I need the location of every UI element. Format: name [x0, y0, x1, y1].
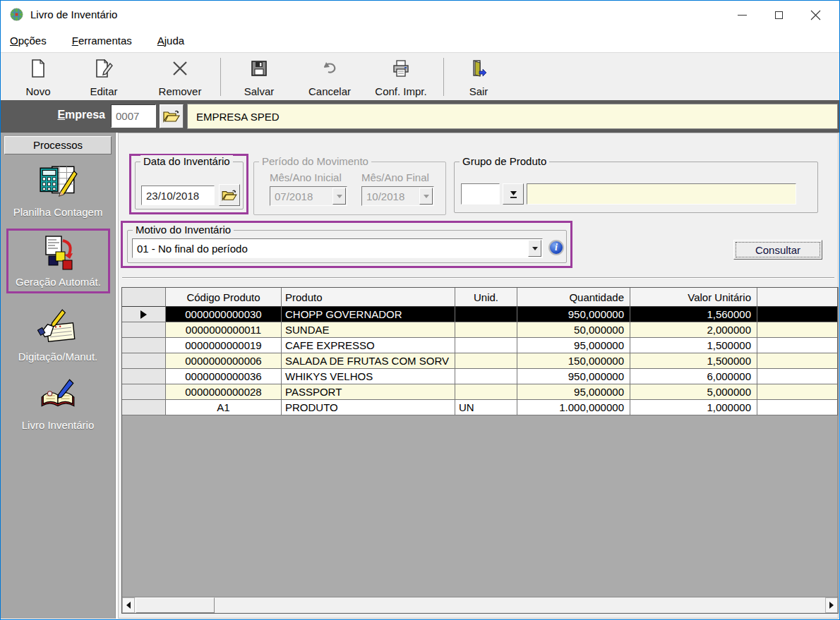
sair-button[interactable]: Sair	[460, 58, 498, 97]
cell-codigo-produto[interactable]: 0000000000006	[166, 353, 282, 369]
grid-row[interactable]: 0000000000019 CAFE EXPRESSO 95,000000 1,…	[122, 338, 838, 353]
info-icon[interactable]	[548, 240, 564, 255]
cell-extra[interactable]	[757, 307, 838, 322]
sidebar-item-livro-inventario[interactable]: Livro Inventário	[5, 372, 111, 431]
cell-unid[interactable]: UN	[455, 400, 517, 415]
remover-button[interactable]: Remover	[149, 58, 211, 97]
row-selector-cell[interactable]	[122, 307, 166, 322]
processos-header-button[interactable]: Processos	[4, 136, 112, 154]
cell-quantidade[interactable]: 95,000000	[517, 384, 630, 400]
editar-button[interactable]: Editar	[80, 58, 128, 97]
scroll-right-button[interactable]	[825, 597, 838, 613]
cell-extra[interactable]	[757, 369, 838, 384]
cell-valor-unitario[interactable]: 2,000000	[630, 322, 757, 338]
cell-extra[interactable]	[757, 338, 838, 353]
grid-header-produto[interactable]: Produto	[282, 288, 455, 307]
cell-valor-unitario[interactable]: 1,500000	[630, 353, 757, 369]
minimize-button[interactable]	[724, 1, 760, 29]
scrollbar-track[interactable]	[215, 597, 825, 613]
cell-quantidade[interactable]: 950,000000	[517, 307, 630, 322]
cell-extra[interactable]	[757, 400, 838, 415]
empresa-browse-button[interactable]	[160, 104, 184, 128]
cell-quantidade[interactable]: 1.000,000000	[517, 400, 630, 415]
grid-header-valor-unitario[interactable]: Valor Unitário	[630, 288, 757, 307]
cell-codigo-produto[interactable]: A1	[166, 400, 282, 415]
menu-opcoes[interactable]: Opções	[10, 35, 47, 47]
cell-unid[interactable]	[455, 322, 517, 338]
close-button[interactable]	[797, 1, 834, 29]
row-selector-cell[interactable]	[122, 353, 166, 369]
grid-row[interactable]: A1 PRODUTO UN 1.000,000000 1,000000	[122, 400, 838, 415]
grupo-produto-lookup-button[interactable]	[503, 183, 524, 205]
sidebar-item-planilha-contagem[interactable]: Planilha Contagem	[5, 159, 111, 218]
menu-ajuda[interactable]: Ajuda	[157, 35, 184, 47]
cell-unid[interactable]	[455, 307, 517, 322]
cell-codigo-produto[interactable]: 0000000000019	[166, 338, 282, 353]
cell-valor-unitario[interactable]: 1,560000	[630, 307, 757, 322]
cell-produto[interactable]: CHOPP GOVERNADOR	[282, 307, 455, 322]
conf-impr-button[interactable]: Conf. Impr.	[364, 58, 438, 97]
row-selector-cell[interactable]	[122, 384, 166, 400]
cell-produto[interactable]: CAFE EXPRESSO	[282, 338, 455, 353]
cell-codigo-produto[interactable]: 0000000000028	[166, 384, 282, 400]
cell-extra[interactable]	[757, 322, 838, 338]
maximize-button[interactable]	[760, 1, 797, 29]
scroll-left-button[interactable]	[122, 597, 135, 613]
sidebar-item-digitacao-manut[interactable]: Digitação/Manut.	[5, 304, 111, 363]
salvar-button[interactable]: Salvar	[235, 58, 283, 97]
cell-valor-unitario[interactable]: 5,000000	[630, 384, 757, 400]
cell-valor-unitario[interactable]: 6,000000	[630, 369, 757, 384]
grid-row[interactable]: 0000000000011 SUNDAE 50,000000 2,000000	[122, 322, 838, 338]
sidebar-item-geracao-automat[interactable]: Geração Automát.	[8, 231, 108, 288]
row-selector-cell[interactable]	[122, 369, 166, 384]
grid-row[interactable]: 0000000000036 WHIKYS VELHOS 950,000000 6…	[122, 369, 838, 384]
cell-quantidade[interactable]: 150,000000	[517, 353, 630, 369]
grid-row[interactable]: 0000000000006 SALADA DE FRUTAS COM SORV …	[122, 353, 838, 369]
cell-codigo-produto[interactable]: 0000000000036	[166, 369, 282, 384]
cell-produto[interactable]: PASSPORT	[282, 384, 455, 400]
cell-codigo-produto[interactable]: 0000000000011	[166, 322, 282, 338]
delete-x-icon	[172, 58, 188, 79]
row-selector-cell[interactable]	[122, 338, 166, 353]
grid-row[interactable]: 0000000000030 CHOPP GOVERNADOR 950,00000…	[122, 307, 838, 322]
grid-header-quantidade[interactable]: Quantidade	[517, 288, 630, 307]
scrollbar-thumb[interactable]	[136, 597, 215, 613]
cell-unid[interactable]	[455, 338, 517, 353]
cell-produto[interactable]: PRODUTO	[282, 400, 455, 415]
cell-unid[interactable]	[455, 384, 517, 400]
cell-quantidade[interactable]: 50,000000	[517, 322, 630, 338]
horizontal-scrollbar[interactable]	[122, 597, 838, 613]
grid-header-unid[interactable]: Unid.	[455, 288, 517, 307]
window-title: Livro de Inventário	[30, 8, 117, 20]
cell-valor-unitario[interactable]: 1,000000	[630, 400, 757, 415]
cell-quantidade[interactable]: 950,000000	[517, 369, 630, 384]
data-inventario-input[interactable]: 23/10/2018	[141, 186, 215, 205]
cell-codigo-produto[interactable]: 0000000000030	[166, 307, 282, 322]
row-selector-cell[interactable]	[122, 400, 166, 415]
cell-extra[interactable]	[757, 353, 838, 369]
consultar-button[interactable]: Consultar	[733, 240, 822, 260]
grupo-produto-code-input[interactable]	[461, 183, 500, 205]
cell-produto[interactable]: SALADA DE FRUTAS COM SORV	[282, 353, 455, 369]
cell-unid[interactable]	[455, 353, 517, 369]
cancelar-button[interactable]: Cancelar	[301, 58, 359, 97]
data-inventario-browse-button[interactable]	[219, 184, 240, 206]
grid-row[interactable]: 0000000000028 PASSPORT 95,000000 5,00000…	[122, 384, 838, 400]
row-selector-cell[interactable]	[122, 322, 166, 338]
grid-header-codigo[interactable]: Código Produto	[166, 288, 282, 307]
motivo-inventario-combo[interactable]: 01 - No final do período	[132, 238, 543, 258]
cell-produto[interactable]: WHIKYS VELHOS	[282, 369, 455, 384]
menu-ferramentas[interactable]: Ferramentas	[72, 35, 132, 47]
cell-extra[interactable]	[757, 384, 838, 400]
cell-quantidade[interactable]: 95,000000	[517, 338, 630, 353]
mes-ano-final-label: Mês/Ano Final	[361, 171, 429, 183]
empresa-code-field[interactable]: 0007	[111, 104, 156, 128]
cell-unid[interactable]	[455, 369, 517, 384]
cell-produto[interactable]: SUNDAE	[282, 322, 455, 338]
sidebar-item-label: Geração Automát.	[16, 276, 101, 288]
grupo-produto-label: Grupo de Produto	[460, 155, 549, 167]
novo-button[interactable]: Novo	[15, 58, 61, 97]
combo-arrow-button[interactable]	[528, 240, 541, 257]
cell-valor-unitario[interactable]: 1,500000	[630, 338, 757, 353]
grid-header-row: Código Produto Produto Unid. Quantidade …	[122, 288, 838, 307]
